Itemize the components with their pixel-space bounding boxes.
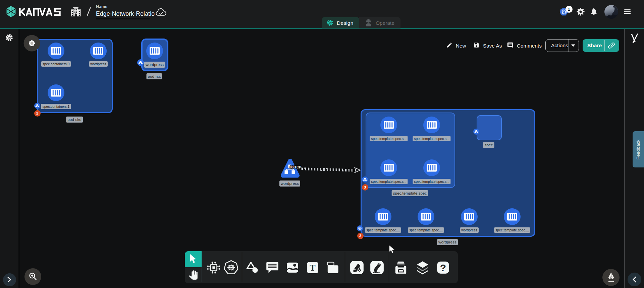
svg-text:?: ? [440,262,446,273]
svg-text:T: T [310,263,315,273]
